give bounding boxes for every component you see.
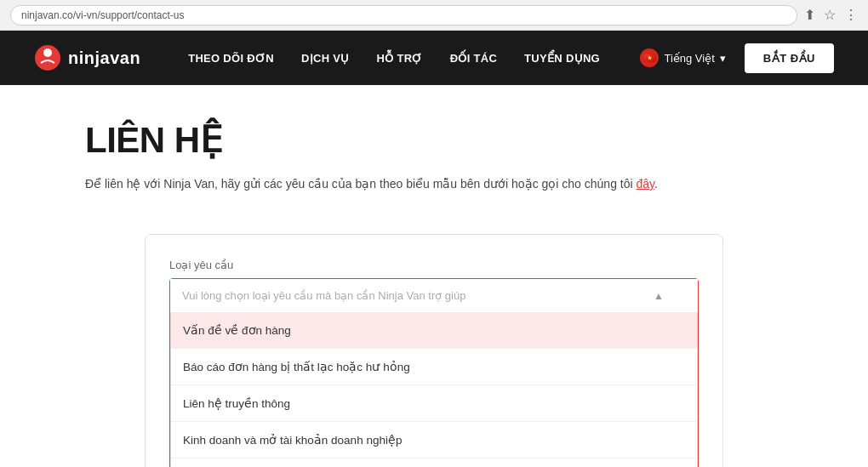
share-icon[interactable]: ⬆ [804, 7, 815, 23]
nav-dich-vu[interactable]: DỊCH VỤ [288, 31, 363, 85]
select-display[interactable]: Vui lòng chọn loại yêu cầu mà bạn cần Ni… [170, 279, 698, 312]
dropdown-item-4[interactable]: Yêu cầu về giao hàng xuyên biên giới [171, 458, 697, 467]
form-section: Loại yêu cầu Vui lòng chọn loại yêu cầu … [145, 234, 723, 467]
dropdown-list: Vấn đề về đơn hàng Báo cáo đơn hàng bị t… [170, 312, 698, 467]
page-description: Để liên hệ với Ninja Van, hãy gửi các yê… [85, 174, 783, 193]
nav-links: THEO DÕI ĐƠN DỊCH VỤ HỖ TRỢ ĐỐI TÁC TUYỂ… [174, 31, 631, 85]
browser-chrome: ninjavan.co/vi-vn/support/contact-us ⬆ ☆… [0, 0, 868, 31]
nav-ho-tro[interactable]: HỖ TRỢ [363, 31, 437, 85]
browser-actions: ⬆ ☆ ⋮ [804, 7, 858, 23]
navbar-right: 🇻🇳 Tiếng Việt ▾ BẮT ĐẦU [631, 43, 834, 73]
bookmark-icon[interactable]: ☆ [824, 7, 836, 23]
logo[interactable]: ninjavan [34, 44, 140, 71]
request-type-select[interactable]: Vui lòng chọn loại yêu cầu mà bạn cần Ni… [169, 278, 699, 467]
navbar: ninjavan THEO DÕI ĐƠN DỊCH VỤ HỖ TRỢ ĐỐI… [0, 31, 868, 85]
nav-theo-doi-don[interactable]: THEO DÕI ĐƠN [174, 31, 288, 85]
form-label: Loại yêu cầu [169, 259, 699, 271]
language-selector[interactable]: 🇻🇳 Tiếng Việt ▾ [631, 43, 734, 72]
dropdown-item-3[interactable]: Kinh doanh và mở tài khoản doanh nghiệp [171, 422, 697, 458]
chevron-up-icon: ▲ [654, 290, 664, 302]
ninja-van-logo-icon [34, 44, 61, 71]
cta-button[interactable]: BẮT ĐẦU [745, 43, 834, 73]
dropdown-item-1[interactable]: Báo cáo đơn hàng bị thất lạc hoặc hư hỏn… [171, 349, 697, 385]
contact-link[interactable]: đây [637, 177, 655, 191]
main-content: LIÊN HỆ Để liên hệ với Ninja Van, hãy gử… [68, 85, 800, 467]
nav-tuyen-dung[interactable]: TUYỂN DỤNG [511, 31, 614, 85]
select-placeholder: Vui lòng chọn loại yêu cầu mà bạn cần Ni… [182, 289, 465, 302]
logo-text: ninjavan [68, 48, 140, 68]
dropdown-item-2[interactable]: Liên hệ truyền thông [171, 385, 697, 422]
menu-icon[interactable]: ⋮ [844, 7, 858, 23]
dropdown-item-0[interactable]: Vấn đề về đơn hàng [171, 312, 697, 349]
page-title: LIÊN HỆ [85, 119, 783, 161]
svg-point-1 [43, 48, 52, 57]
language-label: Tiếng Việt [664, 52, 714, 65]
description-text-2: . [654, 177, 658, 191]
description-text-1: Để liên hệ với Ninja Van, hãy gửi các yê… [85, 177, 637, 191]
browser-url: ninjavan.co/vi-vn/support/contact-us [10, 5, 797, 26]
lang-chevron-icon: ▾ [720, 52, 726, 65]
nav-doi-tac[interactable]: ĐỐI TÁC [437, 31, 511, 85]
flag-icon: 🇻🇳 [640, 48, 659, 67]
